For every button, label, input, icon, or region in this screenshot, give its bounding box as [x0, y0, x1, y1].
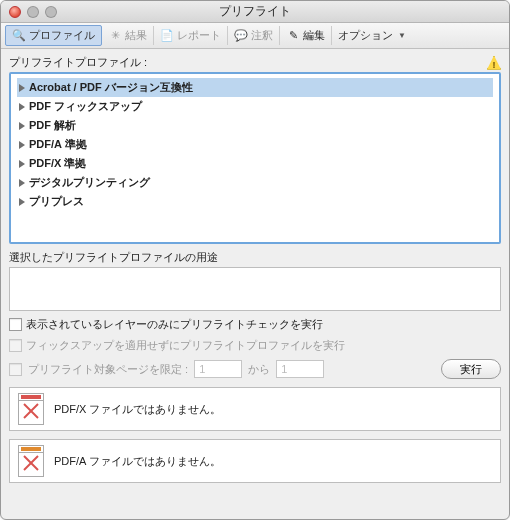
status-pdfx: PDF/X ファイルではありません。 [9, 387, 501, 431]
disclosure-triangle-icon[interactable] [19, 160, 25, 168]
tab-comment: 💬 注釈 [228, 26, 280, 45]
tab-edit[interactable]: ✎ 編集 [280, 26, 332, 45]
status-pdfa-text: PDF/A ファイルではありません。 [54, 454, 221, 469]
disclosure-triangle-icon[interactable] [19, 179, 25, 187]
pdfx-document-icon [18, 393, 44, 425]
tab-edit-label: 編集 [303, 28, 325, 43]
tree-item-label: デジタルプリンティング [29, 175, 150, 190]
profiles-section-label: プリフライトプロファイル : [9, 55, 501, 70]
tree-item-label: PDF/A 準拠 [29, 137, 87, 152]
tree-item[interactable]: PDF/A 準拠 [17, 135, 493, 154]
tree-item-label: PDF 解析 [29, 118, 76, 133]
tree-item-label: プリプレス [29, 194, 84, 209]
preflight-window: プリフライト 🔍 プロファイル ✳ 結果 📄 レポート 💬 注釈 ✎ 編集 オプ… [0, 0, 510, 520]
tree-item-label: Acrobat / PDF バージョン互換性 [29, 80, 193, 95]
checkbox-row-nofixup: フィックスアップを適用せずにプリフライトプロファイルを実行 [9, 338, 501, 353]
disclosure-triangle-icon[interactable] [19, 103, 25, 111]
tree-item[interactable]: プリプレス [17, 192, 493, 211]
page-to-input[interactable] [276, 360, 324, 378]
options-label: オプション [338, 28, 393, 43]
pdfa-document-icon [18, 445, 44, 477]
checkbox-icon [9, 363, 22, 376]
titlebar: プリフライト [1, 1, 509, 23]
disclosure-triangle-icon[interactable] [19, 198, 25, 206]
checkbox-icon[interactable] [9, 318, 22, 331]
results-icon: ✳ [108, 29, 122, 43]
tab-profile[interactable]: 🔍 プロファイル [5, 25, 102, 46]
window-title: プリフライト [1, 3, 509, 20]
tree-item-label: PDF/X 準拠 [29, 156, 86, 171]
tab-results: ✳ 結果 [102, 26, 154, 45]
edit-icon: ✎ [286, 29, 300, 43]
tab-report: 📄 レポート [154, 26, 228, 45]
toolbar: 🔍 プロファイル ✳ 結果 📄 レポート 💬 注釈 ✎ 編集 オプション ▼ [1, 23, 509, 49]
checkbox-label: フィックスアップを適用せずにプリフライトプロファイルを実行 [26, 338, 345, 353]
status-pdfa: PDF/A ファイルではありません。 [9, 439, 501, 483]
usage-label: 選択したプリフライトプロファイルの用途 [9, 250, 501, 265]
checkbox-label: 表示されているレイヤーのみにプリフライトチェックを実行 [26, 317, 323, 332]
tab-report-label: レポート [177, 28, 221, 43]
disclosure-triangle-icon[interactable] [19, 141, 25, 149]
profile-tree[interactable]: Acrobat / PDF バージョン互換性 PDF フィックスアップ PDF … [9, 72, 501, 244]
disclosure-triangle-icon[interactable] [19, 122, 25, 130]
report-icon: 📄 [160, 29, 174, 43]
profiles-label-text: プリフライトプロファイル : [9, 55, 147, 70]
tree-item[interactable]: Acrobat / PDF バージョン互換性 [17, 78, 493, 97]
tab-comment-label: 注釈 [251, 28, 273, 43]
profile-icon: 🔍 [12, 29, 26, 43]
status-pdfx-text: PDF/X ファイルではありません。 [54, 402, 221, 417]
tree-item[interactable]: デジタルプリンティング [17, 173, 493, 192]
page-from-input[interactable] [194, 360, 242, 378]
chevron-down-icon: ▼ [398, 31, 406, 40]
range-label: プリフライト対象ページを限定 : [28, 362, 188, 377]
checkbox-icon [9, 339, 22, 352]
tree-item[interactable]: PDF フィックスアップ [17, 97, 493, 116]
tree-item[interactable]: PDF 解析 [17, 116, 493, 135]
page-range-row: プリフライト対象ページを限定 : から 実行 [9, 359, 501, 379]
disclosure-triangle-icon[interactable] [19, 84, 25, 92]
checkbox-row-layers[interactable]: 表示されているレイヤーのみにプリフライトチェックを実行 [9, 317, 501, 332]
usage-description-box [9, 267, 501, 311]
comment-icon: 💬 [234, 29, 248, 43]
warning-icon [487, 56, 501, 70]
content-area: プリフライトプロファイル : Acrobat / PDF バージョン互換性 PD… [1, 49, 509, 491]
tree-item[interactable]: PDF/X 準拠 [17, 154, 493, 173]
run-button[interactable]: 実行 [441, 359, 501, 379]
tree-item-label: PDF フィックスアップ [29, 99, 142, 114]
tab-profile-label: プロファイル [29, 28, 95, 43]
options-menu[interactable]: オプション ▼ [332, 26, 412, 45]
tab-results-label: 結果 [125, 28, 147, 43]
range-to-label: から [248, 362, 270, 377]
